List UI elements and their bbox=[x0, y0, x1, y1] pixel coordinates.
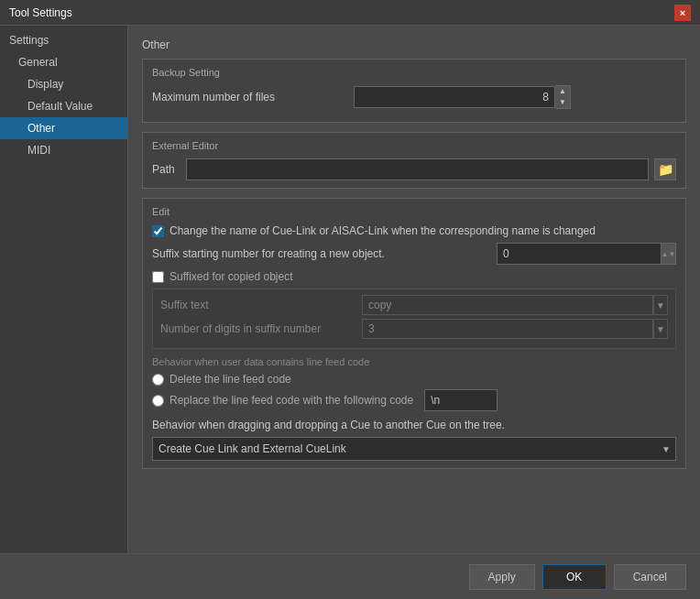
replace-linefeed-label: Replace the line feed code with the foll… bbox=[170, 394, 413, 407]
sidebar-item-other[interactable]: Other bbox=[0, 117, 127, 139]
suffix-start-input[interactable] bbox=[497, 243, 662, 265]
section-title: Other bbox=[142, 38, 686, 51]
sidebar: Settings General Display Default Value O… bbox=[0, 26, 128, 599]
suffix-start-label: Suffix starting number for creating a ne… bbox=[152, 247, 497, 260]
sidebar-item-settings[interactable]: Settings bbox=[0, 29, 127, 51]
delete-linefeed-row: Delete the line feed code bbox=[152, 373, 676, 386]
drag-section: Behavior when dragging and dropping a Cu… bbox=[152, 419, 676, 461]
replace-linefeed-input[interactable] bbox=[424, 389, 498, 411]
cuelink-checkbox[interactable] bbox=[152, 225, 164, 237]
max-files-spinner: ▲ ▼ bbox=[555, 85, 571, 109]
max-files-up[interactable]: ▲ bbox=[555, 86, 570, 97]
sidebar-item-display[interactable]: Display bbox=[0, 73, 127, 95]
delete-linefeed-radio[interactable] bbox=[152, 374, 164, 386]
suffix-digits-label: Number of digits in suffix number bbox=[160, 322, 362, 335]
sidebar-item-general[interactable]: General bbox=[0, 51, 127, 73]
cancel-button[interactable]: Cancel bbox=[614, 564, 686, 590]
replace-linefeed-row: Replace the line feed code with the foll… bbox=[152, 389, 676, 411]
title-bar-title: Tool Settings bbox=[9, 6, 72, 19]
backup-setting-group: Backup Setting Maximum number of files ▲… bbox=[142, 59, 686, 123]
max-files-down[interactable]: ▼ bbox=[555, 97, 570, 108]
suffix-digits-spinner: ▼ bbox=[653, 319, 668, 339]
title-bar: Tool Settings × bbox=[0, 0, 700, 26]
suffix-text-spinner: ▼ bbox=[653, 295, 668, 315]
footer: Apply OK Cancel bbox=[0, 553, 700, 599]
suffix-start-row: Suffix starting number for creating a ne… bbox=[152, 243, 676, 265]
suffixed-copied-label: Suffixed for copied object bbox=[170, 270, 293, 283]
suffix-text-input[interactable] bbox=[362, 295, 653, 315]
external-editor-title: External Editor bbox=[152, 140, 676, 151]
main-container: Settings General Display Default Value O… bbox=[0, 26, 700, 599]
linefeed-title: Behavior when user data contains line fe… bbox=[152, 356, 676, 367]
drag-label: Behavior when dragging and dropping a Cu… bbox=[152, 419, 676, 431]
ok-button[interactable]: OK bbox=[542, 564, 607, 590]
close-button[interactable]: × bbox=[674, 5, 691, 21]
delete-linefeed-label: Delete the line feed code bbox=[170, 373, 291, 386]
suffixed-copied-checkbox[interactable] bbox=[152, 271, 164, 283]
max-files-input-group: ▲ ▼ bbox=[354, 85, 571, 109]
suffixed-copied-row: Suffixed for copied object bbox=[152, 270, 676, 283]
path-row: Path 📁 bbox=[152, 158, 676, 180]
linefeed-section: Behavior when user data contains line fe… bbox=[152, 356, 676, 411]
max-files-input[interactable] bbox=[354, 86, 555, 108]
max-files-row: Maximum number of files ▲ ▼ bbox=[152, 85, 676, 109]
path-label: Path bbox=[152, 163, 175, 176]
max-files-label: Maximum number of files bbox=[152, 91, 354, 103]
drag-dropdown-wrapper: Create Cue Link and External CueLink Cre… bbox=[152, 437, 676, 461]
suffix-digits-input[interactable] bbox=[362, 319, 653, 339]
folder-button[interactable]: 📁 bbox=[654, 158, 676, 180]
cuelink-label: Change the name of Cue-Link or AISAC-Lin… bbox=[170, 224, 596, 237]
suffix-digits-row: Number of digits in suffix number ▼ bbox=[160, 319, 668, 339]
drag-dropdown[interactable]: Create Cue Link and External CueLink Cre… bbox=[152, 437, 676, 461]
path-input[interactable] bbox=[186, 158, 649, 180]
backup-group-title: Backup Setting bbox=[152, 67, 676, 78]
suffix-box: Suffix text ▼ Number of digits in suffix… bbox=[152, 289, 676, 349]
replace-linefeed-radio[interactable] bbox=[152, 395, 164, 407]
suffix-text-label: Suffix text bbox=[160, 299, 362, 311]
edit-title: Edit bbox=[152, 206, 676, 217]
suffix-text-row: Suffix text ▼ bbox=[160, 295, 668, 315]
cuelink-checkbox-row: Change the name of Cue-Link or AISAC-Lin… bbox=[152, 224, 676, 237]
apply-button[interactable]: Apply bbox=[469, 564, 535, 590]
sidebar-item-midi[interactable]: MIDI bbox=[0, 139, 127, 161]
edit-group: Edit Change the name of Cue-Link or AISA… bbox=[142, 198, 686, 469]
external-editor-group: External Editor Path 📁 bbox=[142, 132, 686, 189]
content-area: Other Backup Setting Maximum number of f… bbox=[128, 26, 700, 599]
sidebar-item-default-value[interactable]: Default Value bbox=[0, 95, 127, 117]
suffix-start-spinner: ▲▼ bbox=[662, 243, 676, 265]
